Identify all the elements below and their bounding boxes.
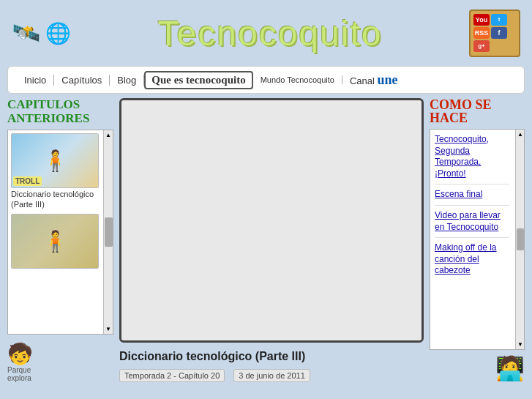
header-left: 🛰️ 🌐	[12, 19, 71, 47]
right-link-0[interactable]: Tecnocoquito, Segunda Temporada, ¡Pronto…	[435, 134, 509, 179]
scroll-up-arrow[interactable]: ▲	[104, 130, 113, 140]
header: 🛰️ 🌐 Tecnocoquito You t RSS f g+	[0, 0, 532, 66]
nav-inicio[interactable]: Inicio	[17, 75, 54, 86]
list-item[interactable]: 🧍 TROLL Diccionario tecnológico (Parte I…	[11, 133, 100, 209]
video-title: Diccionario tecnológico (Parte III)	[119, 347, 424, 365]
canal-une-label: une	[378, 72, 398, 87]
nav-capitulos[interactable]: Capítulos	[54, 75, 110, 86]
satellite-icon: 🛰️	[12, 19, 41, 47]
date-badge: 3 de junio de 2011	[233, 369, 310, 382]
facebook-icon[interactable]: f	[491, 27, 507, 39]
divider	[435, 237, 509, 238]
sidebar-right-scroll: ▲ ▼ Tecnocoquito, Segunda Temporada, ¡Pr…	[430, 129, 525, 350]
social-box: You t RSS f g+	[469, 10, 520, 57]
right-scroll-thumb	[517, 228, 524, 250]
main-content: CAPITULOS ANTERIORES ▲ ▼ 🧍 TROLL Diccion…	[0, 94, 532, 387]
nav-que-es[interactable]: Que es tecnocoquito	[144, 71, 252, 89]
site-logo[interactable]: Tecnocoquito	[158, 13, 383, 53]
video-frame[interactable]	[119, 98, 424, 343]
video-player	[121, 100, 422, 340]
right-link-3[interactable]: Making off de la canción del cabezote	[435, 242, 509, 277]
sidebar-right-title: COMO SE HACE	[430, 98, 525, 124]
navigation: Inicio Capítulos Blog Que es tecnocoquit…	[7, 66, 525, 94]
season-badge: Temporada 2 - Capítulo 20	[119, 369, 225, 382]
nav-mundo[interactable]: Mundo Tecnocoquito	[253, 75, 342, 84]
right-link-1[interactable]: Escena final	[435, 189, 509, 201]
center-content: Diccionario tecnológico (Parte III) Temp…	[119, 98, 424, 382]
social-icons: You t RSS f g+	[469, 10, 520, 57]
person-icon-2: 🧍	[42, 229, 68, 253]
thumb-caption-1: Diccionario tecnológico (Parte III)	[11, 190, 99, 209]
right-character: 🧑‍💻	[430, 354, 525, 382]
nav-blog[interactable]: Blog	[110, 75, 144, 86]
scroll-thumb	[105, 217, 113, 247]
sidebar-bottom-character: 🧒 Parqueexplora	[7, 342, 113, 382]
sidebar-left: CAPITULOS ANTERIORES ▲ ▼ 🧍 TROLL Diccion…	[7, 98, 113, 382]
bottom-text: Parqueexplora	[7, 366, 113, 382]
sidebar-left-title: CAPITULOS ANTERIORES	[7, 98, 113, 125]
video-meta: Temporada 2 - Capítulo 20 3 de junio de …	[119, 369, 424, 382]
character-figure: 🧒 Parqueexplora	[7, 342, 113, 382]
sidebar-right: COMO SE HACE ▲ ▼ Tecnocoquito, Segunda T…	[430, 98, 525, 382]
sidebar-left-scroll[interactable]: ▲ ▼ 🧍 TROLL Diccionario tecnológico (Par…	[7, 130, 113, 335]
globe-icon: 🌐	[45, 21, 71, 45]
thumbnail-2: 🧍	[11, 214, 99, 269]
scroll-down-arrow[interactable]: ▼	[104, 324, 113, 334]
twitter-icon[interactable]: t	[491, 14, 507, 26]
thumbnail-1: 🧍 TROLL	[11, 133, 99, 188]
divider	[435, 205, 509, 206]
youtube-icon[interactable]: You	[473, 14, 490, 26]
list-item[interactable]: 🧍	[11, 214, 100, 269]
divider	[435, 184, 509, 184]
rss-icon[interactable]: RSS	[473, 27, 490, 39]
nav-canal[interactable]: Canal une	[342, 72, 405, 88]
person-icon-1: 🧍	[42, 149, 68, 173]
thumb-label-1: TROLL	[13, 176, 42, 186]
right-scroll-down[interactable]: ▼	[516, 340, 524, 349]
right-scroll-up[interactable]: ▲	[516, 130, 524, 139]
right-link-2[interactable]: Video para llevar en Tecnocoquito	[435, 210, 509, 233]
googleplus-icon[interactable]: g+	[473, 40, 490, 52]
